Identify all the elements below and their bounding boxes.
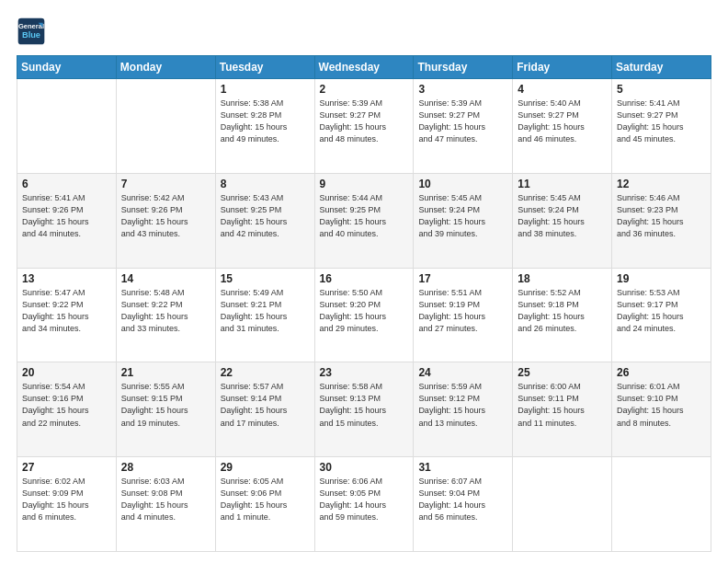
day-number: 30 (320, 461, 409, 474)
day-detail: Sunrise: 5:40 AM Sunset: 9:27 PM Dayligh… (518, 98, 607, 145)
day-number: 12 (617, 178, 706, 190)
day-number: 27 (22, 461, 111, 474)
day-detail: Sunrise: 5:42 AM Sunset: 9:26 PM Dayligh… (121, 192, 210, 240)
day-number: 7 (121, 178, 210, 190)
calendar-cell: 23Sunrise: 5:58 AM Sunset: 9:13 PM Dayli… (314, 362, 414, 457)
day-detail: Sunrise: 5:41 AM Sunset: 9:27 PM Dayligh… (617, 98, 706, 145)
calendar-cell: 21Sunrise: 5:55 AM Sunset: 9:15 PM Dayli… (116, 362, 215, 457)
day-detail: Sunrise: 5:47 AM Sunset: 9:22 PM Dayligh… (22, 287, 111, 335)
calendar-cell: 25Sunrise: 6:00 AM Sunset: 9:11 PM Dayli… (513, 362, 612, 457)
day-number: 28 (121, 461, 210, 474)
day-detail: Sunrise: 5:43 AM Sunset: 9:25 PM Dayligh… (221, 192, 310, 240)
day-detail: Sunrise: 6:06 AM Sunset: 9:05 PM Dayligh… (320, 476, 409, 523)
day-detail: Sunrise: 6:03 AM Sunset: 9:08 PM Dayligh… (121, 476, 210, 523)
calendar-cell: 4Sunrise: 5:40 AM Sunset: 9:27 PM Daylig… (513, 79, 612, 174)
day-number: 26 (617, 366, 706, 379)
calendar-cell: 8Sunrise: 5:43 AM Sunset: 9:25 PM Daylig… (215, 173, 314, 268)
svg-text:Blue: Blue (22, 30, 40, 40)
calendar-cell: 31Sunrise: 6:07 AM Sunset: 9:04 PM Dayli… (414, 457, 513, 552)
weekday-header: Tuesday (215, 56, 314, 79)
calendar-cell: 7Sunrise: 5:42 AM Sunset: 9:26 PM Daylig… (116, 173, 215, 268)
calendar-cell (612, 457, 711, 552)
day-number: 14 (121, 272, 210, 285)
day-detail: Sunrise: 5:51 AM Sunset: 9:19 PM Dayligh… (418, 287, 507, 335)
day-number: 13 (22, 272, 111, 285)
weekday-header: Sunday (17, 56, 117, 79)
day-detail: Sunrise: 5:52 AM Sunset: 9:18 PM Dayligh… (518, 287, 607, 335)
calendar-cell: 20Sunrise: 5:54 AM Sunset: 9:16 PM Dayli… (17, 362, 117, 457)
page: General Blue SundayMondayTuesdayWednesda… (0, 0, 728, 563)
calendar-cell: 26Sunrise: 6:01 AM Sunset: 9:10 PM Dayli… (612, 362, 711, 457)
day-number: 1 (221, 83, 310, 96)
calendar-table: SundayMondayTuesdayWednesdayThursdayFrid… (17, 55, 711, 552)
logo: General Blue (17, 17, 50, 46)
calendar-cell: 27Sunrise: 6:02 AM Sunset: 9:09 PM Dayli… (17, 457, 117, 552)
calendar-cell: 11Sunrise: 5:45 AM Sunset: 9:24 PM Dayli… (513, 173, 612, 268)
day-detail: Sunrise: 5:45 AM Sunset: 9:24 PM Dayligh… (518, 192, 607, 240)
day-number: 4 (518, 83, 607, 96)
calendar-cell: 10Sunrise: 5:45 AM Sunset: 9:24 PM Dayli… (414, 173, 513, 268)
calendar-cell (17, 79, 117, 174)
calendar-cell: 1Sunrise: 5:38 AM Sunset: 9:28 PM Daylig… (215, 79, 314, 174)
calendar-cell: 17Sunrise: 5:51 AM Sunset: 9:19 PM Dayli… (414, 268, 513, 362)
calendar-cell: 13Sunrise: 5:47 AM Sunset: 9:22 PM Dayli… (17, 268, 117, 362)
calendar-row: 27Sunrise: 6:02 AM Sunset: 9:09 PM Dayli… (17, 457, 711, 552)
day-detail: Sunrise: 5:59 AM Sunset: 9:12 PM Dayligh… (418, 381, 507, 429)
calendar-cell: 15Sunrise: 5:49 AM Sunset: 9:21 PM Dayli… (215, 268, 314, 362)
day-detail: Sunrise: 6:00 AM Sunset: 9:11 PM Dayligh… (518, 381, 607, 429)
weekday-header: Wednesday (314, 56, 414, 79)
day-detail: Sunrise: 5:39 AM Sunset: 9:27 PM Dayligh… (418, 98, 507, 145)
weekday-header: Thursday (414, 56, 513, 79)
day-detail: Sunrise: 5:53 AM Sunset: 9:17 PM Dayligh… (617, 287, 706, 335)
day-number: 23 (320, 366, 409, 379)
day-detail: Sunrise: 5:58 AM Sunset: 9:13 PM Dayligh… (320, 381, 409, 429)
day-number: 15 (221, 272, 310, 285)
weekday-header: Friday (513, 56, 612, 79)
day-detail: Sunrise: 5:49 AM Sunset: 9:21 PM Dayligh… (221, 287, 310, 335)
calendar-cell: 28Sunrise: 6:03 AM Sunset: 9:08 PM Dayli… (116, 457, 215, 552)
calendar-cell: 30Sunrise: 6:06 AM Sunset: 9:05 PM Dayli… (314, 457, 414, 552)
calendar-cell: 18Sunrise: 5:52 AM Sunset: 9:18 PM Dayli… (513, 268, 612, 362)
day-detail: Sunrise: 5:44 AM Sunset: 9:25 PM Dayligh… (320, 192, 409, 240)
calendar-cell (116, 79, 215, 174)
day-detail: Sunrise: 5:50 AM Sunset: 9:20 PM Dayligh… (320, 287, 409, 335)
calendar-cell: 5Sunrise: 5:41 AM Sunset: 9:27 PM Daylig… (612, 79, 711, 174)
day-detail: Sunrise: 5:45 AM Sunset: 9:24 PM Dayligh… (418, 192, 507, 240)
day-number: 18 (518, 272, 607, 285)
day-detail: Sunrise: 5:57 AM Sunset: 9:14 PM Dayligh… (221, 381, 310, 429)
calendar-row: 6Sunrise: 5:41 AM Sunset: 9:26 PM Daylig… (17, 173, 711, 268)
day-number: 8 (221, 178, 310, 190)
calendar-cell: 12Sunrise: 5:46 AM Sunset: 9:23 PM Dayli… (612, 173, 711, 268)
weekday-header: Saturday (612, 56, 711, 79)
day-detail: Sunrise: 5:41 AM Sunset: 9:26 PM Dayligh… (22, 192, 111, 240)
calendar-cell: 16Sunrise: 5:50 AM Sunset: 9:20 PM Dayli… (314, 268, 414, 362)
day-number: 16 (320, 272, 409, 285)
day-number: 11 (518, 178, 607, 190)
day-number: 17 (418, 272, 507, 285)
calendar-row: 13Sunrise: 5:47 AM Sunset: 9:22 PM Dayli… (17, 268, 711, 362)
day-detail: Sunrise: 5:48 AM Sunset: 9:22 PM Dayligh… (121, 287, 210, 335)
day-number: 29 (221, 461, 310, 474)
day-number: 5 (617, 83, 706, 96)
calendar-cell: 22Sunrise: 5:57 AM Sunset: 9:14 PM Dayli… (215, 362, 314, 457)
calendar-row: 1Sunrise: 5:38 AM Sunset: 9:28 PM Daylig… (17, 79, 711, 174)
calendar-header-row: SundayMondayTuesdayWednesdayThursdayFrid… (17, 56, 711, 79)
weekday-header: Monday (116, 56, 215, 79)
day-detail: Sunrise: 6:07 AM Sunset: 9:04 PM Dayligh… (418, 476, 507, 523)
calendar-cell: 19Sunrise: 5:53 AM Sunset: 9:17 PM Dayli… (612, 268, 711, 362)
header: General Blue (17, 17, 711, 46)
day-number: 3 (418, 83, 507, 96)
day-number: 24 (418, 366, 507, 379)
day-number: 6 (22, 178, 111, 190)
calendar-cell: 24Sunrise: 5:59 AM Sunset: 9:12 PM Dayli… (414, 362, 513, 457)
day-number: 20 (22, 366, 111, 379)
calendar-cell: 6Sunrise: 5:41 AM Sunset: 9:26 PM Daylig… (17, 173, 117, 268)
logo-icon: General Blue (17, 17, 46, 46)
calendar-cell: 29Sunrise: 6:05 AM Sunset: 9:06 PM Dayli… (215, 457, 314, 552)
day-number: 22 (221, 366, 310, 379)
day-number: 31 (418, 461, 507, 474)
calendar-cell: 3Sunrise: 5:39 AM Sunset: 9:27 PM Daylig… (414, 79, 513, 174)
day-detail: Sunrise: 6:02 AM Sunset: 9:09 PM Dayligh… (22, 476, 111, 523)
day-detail: Sunrise: 5:55 AM Sunset: 9:15 PM Dayligh… (121, 381, 210, 429)
day-detail: Sunrise: 6:01 AM Sunset: 9:10 PM Dayligh… (617, 381, 706, 429)
